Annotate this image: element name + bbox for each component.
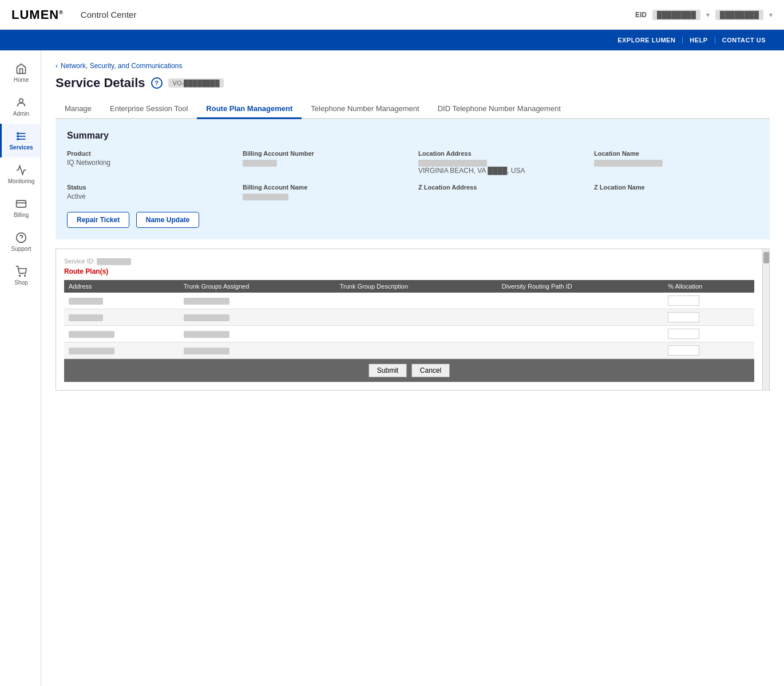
svg-rect-4 (17, 132, 19, 134)
row1-address (64, 293, 179, 309)
row1-allocation (663, 293, 754, 309)
row2-allocation-input[interactable] (668, 312, 699, 322)
tab-manage[interactable]: Manage (56, 100, 101, 119)
summary-section: Summary Product IQ Networking Billing Ac… (56, 119, 770, 239)
product-field: Product IQ Networking (67, 150, 231, 175)
row2-diversity (497, 309, 663, 326)
breadcrumb-arrow-icon: ‹ (56, 62, 58, 70)
row1-description (335, 293, 497, 309)
page-title: Service Details (56, 76, 145, 90)
eid-value: ████████ (652, 10, 700, 20)
row4-description (335, 342, 497, 359)
breadcrumb[interactable]: ‹ Network, Security, and Communications (56, 62, 770, 70)
billing-account-number-redacted (243, 160, 277, 167)
svg-point-12 (25, 275, 26, 277)
row3-address (64, 326, 179, 342)
row1-allocation-input[interactable] (668, 295, 699, 306)
table-row (64, 293, 754, 309)
z-location-name-field: Z Location Name (594, 184, 758, 200)
location-address-line1-redacted (418, 160, 487, 167)
col-allocation: % Allocation (663, 280, 754, 293)
status-label: Status (67, 184, 231, 191)
svg-rect-6 (17, 138, 19, 140)
summary-title: Summary (67, 131, 758, 141)
table-footer: Submit Cancel (64, 359, 754, 382)
sidebar-item-services[interactable]: Services (0, 124, 41, 157)
svg-point-0 (19, 98, 23, 102)
action-buttons: Repair Ticket Name Update (67, 212, 758, 228)
tab-telephone-number-management[interactable]: Telephone Number Management (302, 100, 428, 119)
row1-diversity (497, 293, 663, 309)
row2-address (64, 309, 179, 326)
tab-did-telephone-number-management[interactable]: DID Telephone Number Management (429, 100, 570, 119)
row3-diversity (497, 326, 663, 342)
sidebar-item-monitoring[interactable]: Monitoring (0, 157, 41, 191)
row2-allocation (663, 309, 754, 326)
row4-allocation-input[interactable] (668, 345, 699, 356)
row3-allocation-input[interactable] (668, 329, 699, 339)
summary-grid: Product IQ Networking Billing Account Nu… (67, 150, 758, 200)
row4-trunk-groups (179, 342, 335, 359)
location-address-field: Location Address VIRGINIA BEACH, VA ████… (418, 150, 583, 175)
tab-enterprise-session-tool[interactable]: Enterprise Session Tool (101, 100, 197, 119)
eid-label: EID (635, 11, 647, 19)
svg-rect-5 (17, 135, 19, 137)
service-id-row: Service ID: (64, 257, 754, 265)
row2-trunk-groups (179, 309, 335, 326)
billing-account-name-label: Billing Account Name (243, 184, 407, 191)
billing-account-number-field: Billing Account Number (243, 150, 407, 175)
lumen-logo: LUMEN® (11, 7, 64, 22)
location-name-value (594, 159, 758, 167)
scrollbar-thumb[interactable] (763, 252, 769, 263)
billing-account-name-value (243, 192, 407, 200)
row3-allocation (663, 326, 754, 342)
sidebar-services-label: Services (9, 144, 33, 151)
sidebar-monitoring-label: Monitoring (8, 178, 35, 184)
sidebar-shop-label: Shop (14, 279, 27, 286)
billing-account-number-value (243, 159, 407, 167)
help-icon[interactable]: ? (151, 77, 163, 89)
route-plan-label: Route Plan(s) (64, 267, 754, 275)
route-plan-section: Service ID: Route Plan(s) Address Trunk … (56, 249, 770, 391)
row4-allocation (663, 342, 754, 359)
z-location-name-label: Z Location Name (594, 184, 758, 191)
z-location-address-label: Z Location Address (418, 184, 583, 191)
billing-account-number-label: Billing Account Number (243, 150, 407, 157)
name-update-button[interactable]: Name Update (136, 212, 200, 228)
service-id-badge: VO-████████ (168, 78, 224, 88)
submit-button[interactable]: Submit (369, 364, 407, 377)
status-field: Status Active (67, 184, 231, 200)
col-address: Address (64, 280, 179, 293)
row4-diversity (497, 342, 663, 359)
location-name-field: Location Name (594, 150, 758, 175)
billing-account-name-field: Billing Account Name (243, 184, 407, 200)
repair-ticket-button[interactable]: Repair Ticket (67, 212, 129, 228)
tab-bar: Manage Enterprise Session Tool Route Pla… (56, 100, 770, 119)
page-title-section: Service Details ? VO-████████ (56, 76, 770, 90)
explore-lumen-link[interactable]: EXPLORE LUMEN (611, 37, 683, 44)
col-trunk-groups: Trunk Groups Assigned (179, 280, 335, 293)
main-content: ‹ Network, Security, and Communications … (41, 50, 784, 686)
sidebar-item-billing[interactable]: Billing (0, 191, 41, 225)
cancel-button[interactable]: Cancel (411, 364, 450, 377)
sidebar-item-admin[interactable]: Admin (0, 90, 41, 124)
tab-route-plan-management[interactable]: Route Plan Management (197, 100, 302, 119)
location-address-label: Location Address (418, 150, 583, 157)
col-trunk-group-desc: Trunk Group Description (335, 280, 497, 293)
sidebar-item-home[interactable]: Home (0, 56, 41, 90)
sidebar-item-shop[interactable]: Shop (0, 259, 41, 293)
contact-us-link[interactable]: CONTACT US (715, 37, 773, 44)
route-plan-table: Address Trunk Groups Assigned Trunk Grou… (64, 280, 754, 359)
location-address-line2: VIRGINIA BEACH, VA ████, USA (418, 167, 525, 175)
user-value: ████████ (715, 10, 763, 20)
table-row (64, 309, 754, 326)
location-name-label: Location Name (594, 150, 758, 157)
svg-rect-7 (17, 200, 26, 207)
sidebar-item-support[interactable]: Support (0, 225, 41, 259)
row3-trunk-groups (179, 326, 335, 342)
sidebar-billing-label: Billing (14, 212, 29, 218)
table-row (64, 326, 754, 342)
row4-address (64, 342, 179, 359)
help-link[interactable]: HELP (683, 37, 715, 44)
table-row (64, 342, 754, 359)
